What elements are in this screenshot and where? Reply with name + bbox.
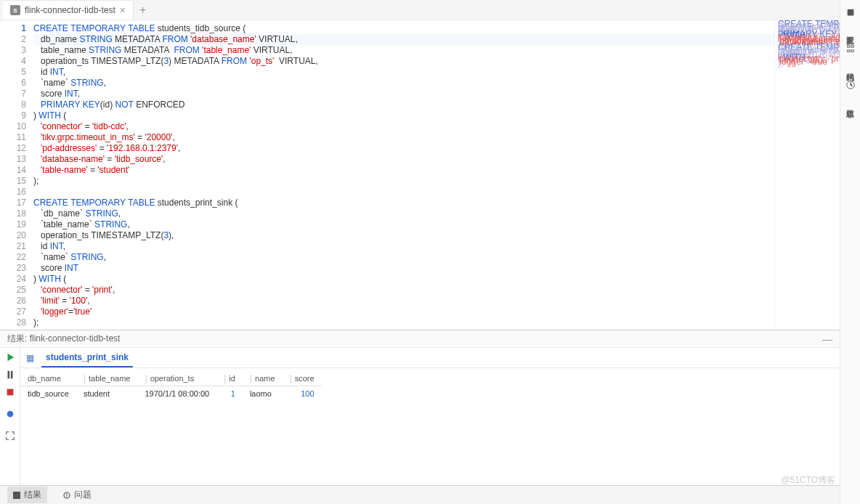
result-tabs: ▦ students_print_sink	[20, 348, 840, 368]
minimize-icon[interactable]: —	[822, 333, 832, 345]
run-controls	[0, 348, 20, 485]
editor[interactable]: 1234567891011121314151617181920212223242…	[0, 20, 840, 330]
tabs-bar: S flink-connector-tidb-test × +	[0, 0, 840, 20]
svg-rect-5	[66, 496, 67, 497]
problems-icon	[63, 492, 70, 499]
result-table: db_name|table_name|operation_ts|id|name|…	[20, 368, 840, 404]
svg-rect-6	[847, 9, 853, 16]
sidebar-code-structure[interactable]: 代码结构	[845, 64, 856, 70]
results-header: 结果: flink-connector-tidb-test —	[0, 330, 840, 347]
config-icon[interactable]	[845, 7, 856, 17]
svg-rect-2	[13, 492, 20, 499]
pause-icon[interactable]	[5, 370, 15, 380]
settings-icon[interactable]	[5, 409, 15, 419]
right-sidebar: 更多配置 代码结构 版本信息	[840, 0, 860, 504]
add-tab-button[interactable]: +	[134, 4, 152, 17]
sidebar-version-info[interactable]: 版本信息	[845, 100, 856, 106]
line-gutter: 1234567891011121314151617181920212223242…	[0, 20, 33, 330]
bottom-tab-results[interactable]: 结果	[7, 487, 47, 503]
structure-icon[interactable]	[845, 44, 856, 54]
sidebar-more-config[interactable]: 更多配置	[845, 28, 856, 33]
watermark: @51CTO博客	[781, 474, 835, 487]
sql-file-icon: S	[10, 5, 20, 15]
svg-rect-0	[7, 389, 13, 396]
svg-rect-4	[66, 493, 67, 495]
tab-title: flink-connector-tidb-test	[25, 5, 115, 15]
history-icon[interactable]	[845, 80, 856, 90]
result-tab-sink[interactable]: students_print_sink	[41, 348, 133, 367]
stop-icon[interactable]	[5, 387, 15, 397]
bottom-tab-problems[interactable]: 问题	[57, 487, 97, 503]
bottom-bar: 结果 问题	[0, 485, 840, 504]
minimap[interactable]: CREATE TEMPORARY TABLE students_tidb_sou…	[774, 20, 840, 330]
file-tab[interactable]: S flink-connector-tidb-test ×	[3, 0, 134, 20]
code-area[interactable]: CREATE TEMPORARY TABLE students_tidb_sou…	[33, 20, 774, 330]
grid-icon: ▦	[26, 353, 34, 363]
play-icon[interactable]	[5, 352, 15, 362]
svg-point-1	[7, 411, 13, 418]
table-row[interactable]: tidb_sourcestudent1970/1/1 08:00:001laom…	[20, 386, 322, 402]
close-icon[interactable]: ×	[120, 4, 126, 16]
results-icon	[13, 492, 20, 499]
expand-icon[interactable]	[5, 431, 15, 441]
